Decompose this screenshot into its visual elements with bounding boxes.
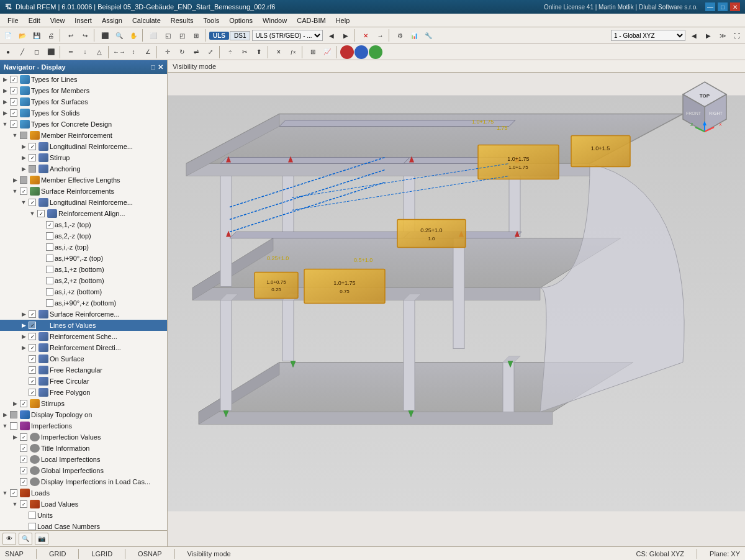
nav-eye-btn[interactable]: 👁 — [2, 533, 16, 545]
tree-item-surface-reinf[interactable]: ▼ Surface Reinforcements — [0, 186, 167, 197]
tree-item-types-lines[interactable]: ▶ Types for Lines — [0, 74, 167, 85]
cb-anchoring[interactable] — [29, 165, 36, 173]
cb-as1p-bot[interactable] — [46, 266, 53, 273]
xyz-dropdown[interactable]: 1 - Global XYZ — [611, 30, 685, 41]
cb-on-surface[interactable] — [29, 355, 36, 363]
snap-status[interactable]: SNAP — [5, 550, 24, 558]
expander-load-values[interactable]: ▼ — [11, 500, 19, 508]
tree-item-lines-of-values[interactable]: ▶ Lines of Values — [0, 320, 167, 331]
tb-new[interactable]: 📄 — [1, 29, 15, 42]
tree-item-types-surfaces[interactable]: ▶ Types for Surfaces — [0, 96, 167, 107]
cb-types-surfaces[interactable] — [10, 98, 17, 106]
expander-member-eff[interactable]: ▶ — [11, 176, 19, 184]
expander-lines-of-values[interactable]: ▶ — [20, 322, 27, 329]
tb-pan[interactable]: ✋ — [127, 29, 140, 42]
tb-nav-next[interactable]: ▶ — [339, 29, 353, 42]
tree-item-stirrup[interactable]: ▶ Stirrup — [0, 152, 167, 163]
tb2-surf[interactable]: ◻ — [30, 45, 43, 59]
tree-item-free-rect[interactable]: ▶ Free Rectangular — [0, 364, 167, 376]
expander-member-reinf[interactable]: ▼ — [11, 132, 19, 139]
cb-as90-top[interactable] — [46, 255, 53, 262]
expander-long-reinf[interactable]: ▶ — [20, 143, 27, 150]
expander-surface-reinf2[interactable]: ▶ — [20, 310, 27, 318]
cb-types-concrete[interactable] — [10, 120, 17, 128]
expander-imperf-values[interactable]: ▶ — [11, 433, 19, 441]
tree-item-member-eff[interactable]: ▶ Member Effective Lengths — [0, 174, 167, 186]
tb2-dim1[interactable]: ←→ — [112, 45, 126, 59]
cb-member-eff[interactable] — [20, 176, 27, 184]
tb2-member[interactable]: ━ — [64, 45, 78, 59]
expander-imperfections[interactable]: ▼ — [1, 422, 9, 430]
tree-item-as1z-top[interactable]: ▶ as,1,-z (top) — [0, 219, 167, 230]
tree-item-long-reinf[interactable]: ▶ Longitudinal Reinforceme... — [0, 141, 167, 152]
nav-search-btn[interactable]: 🔍 — [19, 533, 32, 545]
expander-stirrups[interactable]: ▶ — [11, 400, 19, 407]
tb2-rotate[interactable]: ↻ — [175, 45, 189, 59]
tb-view4[interactable]: ⊞ — [189, 29, 203, 42]
cb-asi-top[interactable] — [46, 243, 53, 251]
expander-reinf-dir[interactable]: ▶ — [20, 344, 27, 351]
tree-item-as90p-bot[interactable]: ▶ as,i+90°,+z (bottom) — [0, 297, 167, 309]
menu-assign[interactable]: Assign — [97, 16, 127, 25]
tb2-mirror[interactable]: ⇌ — [189, 45, 203, 59]
tb2-table[interactable]: ⊞ — [306, 45, 320, 59]
tb2-color1[interactable] — [340, 45, 354, 59]
tb-nav-prev[interactable]: ◀ — [325, 29, 338, 42]
tree-item-on-surface[interactable]: ▶ On Surface — [0, 353, 167, 364]
tb-select[interactable]: ⬛ — [98, 29, 112, 42]
expander-surface-reinf[interactable]: ▼ — [11, 187, 19, 195]
menu-view[interactable]: View — [45, 16, 70, 25]
minimize-button[interactable]: — — [705, 2, 715, 11]
tb2-color2[interactable] — [354, 45, 368, 59]
cb-stirrup[interactable] — [29, 154, 36, 161]
tree-item-free-poly[interactable]: ▶ Free Polygon — [0, 387, 167, 398]
cb-member-reinf[interactable] — [20, 132, 27, 139]
cb-as2z-top[interactable] — [46, 232, 53, 240]
tb-extra1[interactable]: ⚙ — [393, 29, 407, 42]
tree-item-reinf-align[interactable]: ▼ Reinforcement Align... — [0, 208, 167, 219]
tb2-move[interactable]: ✛ — [161, 45, 174, 59]
expander-anchoring[interactable]: ▶ — [20, 165, 27, 173]
cb-as90p-bot[interactable] — [46, 299, 53, 307]
tree-item-display-imperf[interactable]: ▶ Display Imperfections in Load Cas... — [0, 476, 167, 487]
tree-item-member-reinf[interactable]: ▼ Member Reinforcement — [0, 130, 167, 141]
nav-close-btn[interactable]: ✕ — [158, 63, 163, 71]
tb-xyz-next[interactable]: ▶ — [702, 29, 715, 42]
cb-free-circ[interactable] — [29, 377, 36, 385]
cb-imperfections[interactable] — [10, 422, 17, 430]
tb-arrow[interactable]: → — [373, 29, 387, 42]
tb-view1[interactable]: ⬜ — [147, 29, 160, 42]
expander-display-topo[interactable]: ▶ — [1, 411, 9, 418]
tb2-divide[interactable]: ÷ — [224, 45, 237, 59]
tb-open[interactable]: 📂 — [16, 29, 29, 42]
tree-item-imperfections[interactable]: ▼ Imperfections — [0, 420, 167, 431]
tb2-color3[interactable] — [369, 45, 382, 59]
tree-item-stirrups[interactable]: ▶ Stirrups — [0, 398, 167, 409]
tree-item-asi-top[interactable]: ▶ as,i,-z (top) — [0, 242, 167, 253]
tree-item-as2z-top[interactable]: ▶ as,2,-z (top) — [0, 230, 167, 242]
cb-as2p-bot[interactable] — [46, 277, 53, 284]
cb-lines-of-values[interactable] — [29, 322, 36, 329]
combo-dropdown[interactable]: ULS (STR/GEO) - ... — [252, 30, 323, 41]
menu-calculate[interactable]: Calculate — [127, 16, 166, 25]
tree-item-units[interactable]: ▶ Units — [0, 510, 167, 521]
cb-local-imperf[interactable] — [20, 456, 27, 463]
tree-item-global-imperf[interactable]: ▶ Global Imperfections — [0, 465, 167, 476]
tree-item-types-members[interactable]: ▶ Types for Members — [0, 85, 167, 96]
menu-options[interactable]: Options — [224, 16, 258, 25]
tb2-angle[interactable]: ∠ — [141, 45, 155, 59]
menu-help[interactable]: Help — [331, 16, 355, 25]
tb2-scale[interactable]: ⤢ — [204, 45, 217, 59]
tb-print[interactable]: 🖨 — [44, 29, 58, 42]
tree-item-load-values[interactable]: ▼ Load Values — [0, 499, 167, 510]
tree-item-as2p-bot[interactable]: ▶ as,2,+z (bottom) — [0, 275, 167, 286]
viewport[interactable]: Visibility mode — [168, 60, 745, 546]
cb-title-info[interactable] — [20, 445, 27, 452]
tb2-intersect[interactable]: ✂ — [238, 45, 251, 59]
expander-types-members[interactable]: ▶ — [1, 87, 9, 94]
maximize-button[interactable]: □ — [718, 2, 728, 11]
expander-loads[interactable]: ▼ — [1, 489, 9, 497]
tb-more[interactable]: ≫ — [716, 29, 729, 42]
tb-extra2[interactable]: 📊 — [407, 29, 421, 42]
tree-item-types-solids[interactable]: ▶ Types for Solids — [0, 107, 167, 119]
